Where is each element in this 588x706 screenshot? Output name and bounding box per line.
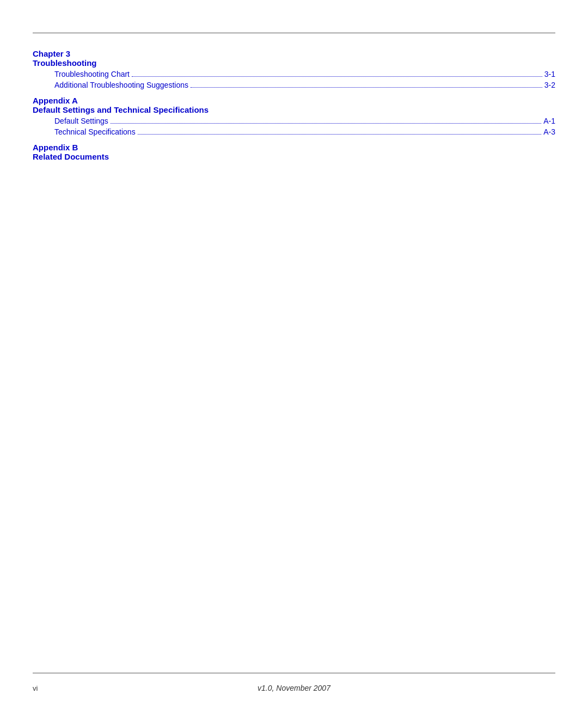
chapter3-block: Chapter 3 Troubleshooting Troubleshootin… bbox=[33, 49, 555, 89]
appendixb-block: Appendix B Related Documents bbox=[33, 143, 555, 161]
toc-entry-troubleshooting-chart: Troubleshooting Chart 3-1 bbox=[33, 70, 555, 78]
appendixa-header: Appendix A Default Settings and Technica… bbox=[33, 96, 555, 114]
toc-dots-3 bbox=[111, 123, 541, 124]
toc-link-default-settings[interactable]: Default Settings bbox=[54, 117, 108, 125]
appendixa-title[interactable]: Default Settings and Technical Specifica… bbox=[33, 105, 555, 114]
appendixa-block: Appendix A Default Settings and Technica… bbox=[33, 96, 555, 136]
toc-dots-2 bbox=[191, 87, 542, 88]
toc-link-additional-troubleshooting[interactable]: Additional Troubleshooting Suggestions bbox=[54, 81, 188, 89]
chapter3-title[interactable]: Troubleshooting bbox=[33, 58, 555, 68]
toc-page-additional-troubleshooting: 3-2 bbox=[544, 81, 555, 89]
appendixa-label[interactable]: Appendix A bbox=[33, 96, 555, 105]
toc-entry-technical-specs: Technical Specifications A-3 bbox=[33, 127, 555, 136]
footer-version: v1.0, November 2007 bbox=[258, 684, 330, 692]
toc-page-default-settings: A-1 bbox=[543, 117, 555, 125]
footer-page-number: vi bbox=[33, 684, 38, 692]
footer: vi v1.0, November 2007 bbox=[0, 684, 588, 692]
top-rule bbox=[33, 33, 555, 33]
bottom-rule bbox=[33, 673, 555, 673]
toc-entry-additional-troubleshooting: Additional Troubleshooting Suggestions 3… bbox=[33, 81, 555, 89]
appendixb-header: Appendix B Related Documents bbox=[33, 143, 555, 161]
toc-link-technical-specs[interactable]: Technical Specifications bbox=[54, 127, 136, 136]
toc-page-technical-specs: A-3 bbox=[543, 127, 555, 136]
chapter3-header: Chapter 3 Troubleshooting bbox=[33, 49, 555, 68]
toc-link-troubleshooting-chart[interactable]: Troubleshooting Chart bbox=[54, 70, 130, 78]
toc-dots-4 bbox=[138, 134, 542, 135]
toc-entry-default-settings: Default Settings A-1 bbox=[33, 117, 555, 125]
appendixb-title[interactable]: Related Documents bbox=[33, 152, 555, 161]
chapter3-label[interactable]: Chapter 3 bbox=[33, 49, 555, 58]
appendixb-label[interactable]: Appendix B bbox=[33, 143, 555, 152]
toc-page-troubleshooting-chart: 3-1 bbox=[544, 70, 555, 78]
content-area: Chapter 3 Troubleshooting Troubleshootin… bbox=[33, 49, 555, 166]
toc-dots-1 bbox=[132, 76, 542, 77]
